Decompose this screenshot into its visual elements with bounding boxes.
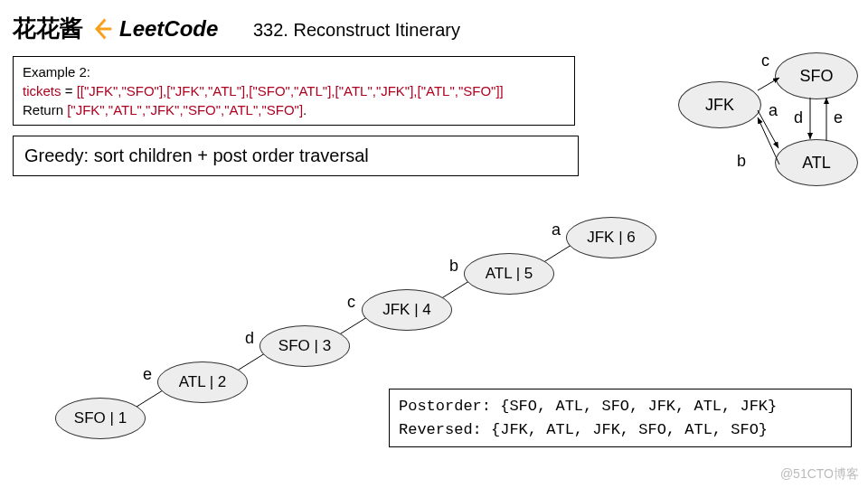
chain-edge-a: a <box>552 221 561 239</box>
problem-title: 332. Reconstruct Itinerary <box>253 20 460 41</box>
chain-edge-d: d <box>245 329 254 348</box>
edge-a: a <box>769 101 778 120</box>
edge-b: b <box>737 152 746 171</box>
chain-edge-c: c <box>347 293 355 312</box>
graph-node-jfk: JFK <box>678 81 761 128</box>
example-box: Example 2: tickets = [["JFK","SFO"],["JF… <box>13 56 575 126</box>
example-line3: Return ["JFK","ATL","JFK","SFO","ATL","S… <box>23 100 565 119</box>
chain-edge-e: e <box>143 365 152 384</box>
graph-node-sfo: SFO <box>775 52 858 99</box>
postorder-box: Postorder: {SFO, ATL, SFO, JFK, ATL, JFK… <box>389 389 852 447</box>
leetcode-icon <box>90 16 116 42</box>
chain-node-4: JFK | 4 <box>362 289 452 331</box>
brand-label: LeetCode <box>119 16 218 42</box>
chain-edge-b: b <box>449 257 458 276</box>
edge-e: e <box>834 108 843 127</box>
reversed-line: Reversed: {JFK, ATL, JFK, SFO, ATL, SFO} <box>399 418 842 442</box>
watermark: @51CTO博客 <box>780 466 859 483</box>
edge-c: c <box>761 52 769 70</box>
postorder-line: Postorder: {SFO, ATL, SFO, JFK, ATL, JFK… <box>399 395 842 418</box>
strategy-box: Greedy: sort children + post order trave… <box>13 136 579 176</box>
example-line1: Example 2: <box>23 62 565 81</box>
edge-d: d <box>794 108 803 127</box>
header: 花花酱 LeetCode <box>13 13 218 44</box>
graph-node-atl: ATL <box>775 139 858 186</box>
chain-node-3: SFO | 3 <box>259 325 350 367</box>
example-line2: tickets = [["JFK","SFO"],["JFK","ATL"],[… <box>23 81 565 100</box>
author-label: 花花酱 <box>13 13 83 44</box>
chain-node-2: ATL | 2 <box>157 361 248 403</box>
chain-node-6: JFK | 6 <box>566 217 656 258</box>
chain-node-1: SFO | 1 <box>55 398 146 439</box>
chain-node-5: ATL | 5 <box>464 253 554 295</box>
leetcode-logo: LeetCode <box>90 16 218 42</box>
